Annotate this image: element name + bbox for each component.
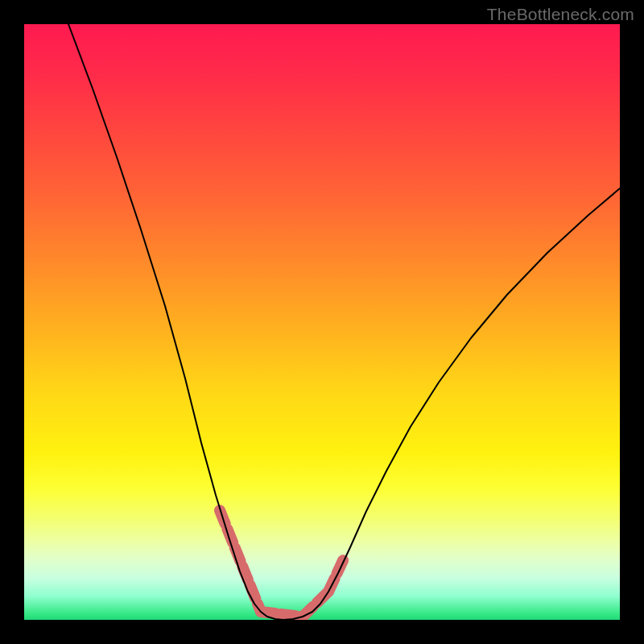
curve-bottom-highlight	[220, 510, 345, 617]
bottleneck-curve	[68, 24, 620, 620]
plot-area	[24, 24, 620, 620]
chart-frame: TheBottleneck.com	[0, 0, 644, 644]
watermark-text: TheBottleneck.com	[487, 5, 634, 24]
curve-layer	[24, 24, 620, 620]
